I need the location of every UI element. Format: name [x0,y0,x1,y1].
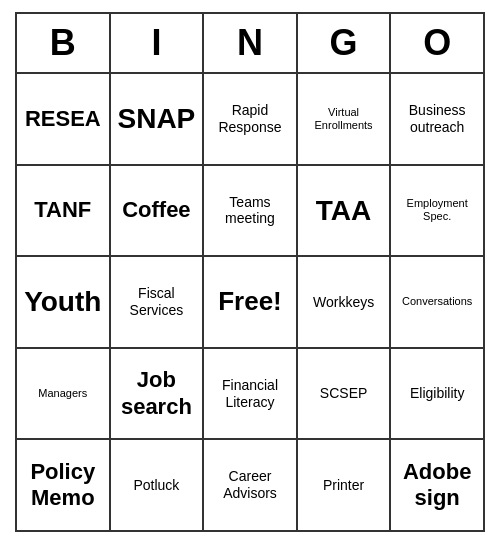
bingo-cell-0-2: Rapid Response [204,74,298,164]
bingo-cell-4-1: Potluck [111,440,205,530]
bingo-cell-2-1: Fiscal Services [111,257,205,347]
bingo-cell-3-2: Financial Literacy [204,349,298,439]
bingo-cell-4-3: Printer [298,440,392,530]
header-letter-I: I [111,14,205,72]
bingo-cell-2-4: Conversations [391,257,483,347]
bingo-cell-0-3: Virtual Enrollments [298,74,392,164]
bingo-cell-1-0: TANF [17,166,111,256]
bingo-cell-0-4: Business outreach [391,74,483,164]
header-letter-O: O [391,14,483,72]
bingo-row-3: ManagersJob searchFinancial LiteracySCSE… [17,349,483,441]
header-letter-N: N [204,14,298,72]
bingo-cell-3-1: Job search [111,349,205,439]
bingo-cell-2-0: Youth [17,257,111,347]
bingo-cell-4-0: Policy Memo [17,440,111,530]
bingo-cell-3-4: Eligibility [391,349,483,439]
bingo-row-0: RESEASNAPRapid ResponseVirtual Enrollmen… [17,74,483,166]
bingo-cell-4-4: Adobe sign [391,440,483,530]
header-letter-B: B [17,14,111,72]
bingo-cell-1-3: TAA [298,166,392,256]
bingo-row-4: Policy MemoPotluckCareer AdvisorsPrinter… [17,440,483,530]
header-letter-G: G [298,14,392,72]
bingo-row-2: YouthFiscal ServicesFree!WorkkeysConvers… [17,257,483,349]
bingo-cell-0-1: SNAP [111,74,205,164]
bingo-cell-2-3: Workkeys [298,257,392,347]
bingo-cell-1-4: Employment Spec. [391,166,483,256]
bingo-cell-1-1: Coffee [111,166,205,256]
bingo-cell-3-3: SCSEP [298,349,392,439]
bingo-cell-0-0: RESEA [17,74,111,164]
bingo-card: BINGO RESEASNAPRapid ResponseVirtual Enr… [15,12,485,532]
bingo-cell-3-0: Managers [17,349,111,439]
bingo-cell-4-2: Career Advisors [204,440,298,530]
bingo-cell-1-2: Teams meeting [204,166,298,256]
bingo-header: BINGO [17,14,483,74]
bingo-row-1: TANFCoffeeTeams meetingTAAEmployment Spe… [17,166,483,258]
bingo-cell-2-2: Free! [204,257,298,347]
bingo-grid: RESEASNAPRapid ResponseVirtual Enrollmen… [17,74,483,530]
